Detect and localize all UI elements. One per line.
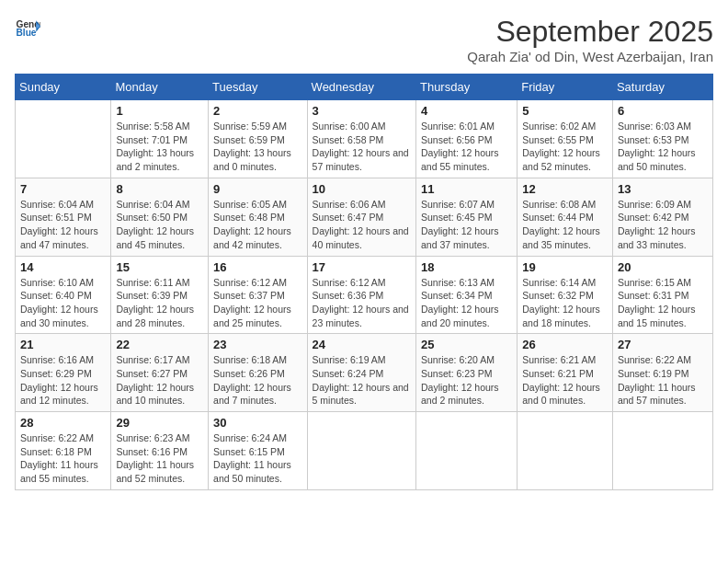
day-number: 25 [421,338,512,351]
location-subtitle: Qarah Zia' od Din, West Azerbaijan, Iran [467,49,713,64]
day-header-wednesday: Wednesday [307,75,415,100]
week-row: 7 Sunrise: 6:04 AMSunset: 6:51 PMDayligh… [16,178,713,256]
week-row: 14 Sunrise: 6:10 AMSunset: 6:40 PMDaylig… [16,256,713,334]
calendar-cell: 2 Sunrise: 5:59 AMSunset: 6:59 PMDayligh… [209,100,307,178]
day-info: Sunrise: 6:00 AMSunset: 6:58 PMDaylight:… [313,120,411,174]
day-info: Sunrise: 6:12 AMSunset: 6:36 PMDaylight:… [313,276,411,330]
day-number: 26 [522,338,608,351]
day-info: Sunrise: 6:08 AMSunset: 6:44 PMDaylight:… [522,198,608,252]
calendar-cell: 5 Sunrise: 6:02 AMSunset: 6:55 PMDayligh… [518,100,613,178]
day-number: 6 [618,104,708,118]
day-info: Sunrise: 6:06 AMSunset: 6:47 PMDaylight:… [313,198,411,252]
day-header-thursday: Thursday [415,75,517,100]
calendar-cell: 3 Sunrise: 6:00 AMSunset: 6:58 PMDayligh… [307,100,415,178]
day-number: 30 [213,416,301,430]
day-info: Sunrise: 6:20 AMSunset: 6:23 PMDaylight:… [421,353,512,408]
calendar-cell: 30 Sunrise: 6:24 AMSunset: 6:15 PMDaylig… [209,412,307,490]
calendar-cell [612,412,712,490]
calendar-cell [16,100,111,178]
day-number: 1 [116,104,203,118]
day-number: 20 [618,260,708,274]
day-info: Sunrise: 6:24 AMSunset: 6:15 PMDaylight:… [213,431,301,486]
day-info: Sunrise: 6:21 AMSunset: 6:21 PMDaylight:… [522,353,608,408]
calendar-cell: 20 Sunrise: 6:15 AMSunset: 6:31 PMDaylig… [612,256,712,334]
day-header-saturday: Saturday [612,75,712,100]
day-number: 24 [313,338,411,351]
month-title: September 2025 [467,15,713,49]
day-info: Sunrise: 6:15 AMSunset: 6:31 PMDaylight:… [618,276,708,330]
day-header-tuesday: Tuesday [209,75,307,100]
day-header-sunday: Sunday [16,75,111,100]
day-info: Sunrise: 6:18 AMSunset: 6:26 PMDaylight:… [213,353,301,408]
calendar-cell: 15 Sunrise: 6:11 AMSunset: 6:39 PMDaylig… [111,256,209,334]
calendar-cell: 7 Sunrise: 6:04 AMSunset: 6:51 PMDayligh… [16,178,111,256]
calendar-cell: 10 Sunrise: 6:06 AMSunset: 6:47 PMDaylig… [307,178,415,256]
day-info: Sunrise: 6:05 AMSunset: 6:48 PMDaylight:… [213,198,301,252]
day-header-monday: Monday [111,75,209,100]
day-number: 9 [213,182,301,196]
page-header: General Blue September 2025 Qarah Zia' o… [15,15,713,64]
day-number: 2 [213,104,301,118]
day-number: 7 [20,182,106,196]
day-number: 29 [116,416,203,430]
day-info: Sunrise: 6:02 AMSunset: 6:55 PMDaylight:… [522,120,608,174]
week-row: 1 Sunrise: 5:58 AMSunset: 7:01 PMDayligh… [16,100,713,178]
calendar-cell: 23 Sunrise: 6:18 AMSunset: 6:26 PMDaylig… [209,334,307,412]
calendar-cell: 28 Sunrise: 6:22 AMSunset: 6:18 PMDaylig… [16,412,111,490]
day-info: Sunrise: 6:07 AMSunset: 6:45 PMDaylight:… [421,198,512,252]
calendar-cell: 27 Sunrise: 6:22 AMSunset: 6:19 PMDaylig… [612,334,712,412]
calendar-cell [518,412,613,490]
day-number: 15 [116,260,203,274]
calendar-cell: 22 Sunrise: 6:17 AMSunset: 6:27 PMDaylig… [111,334,209,412]
day-info: Sunrise: 6:22 AMSunset: 6:19 PMDaylight:… [618,353,708,408]
day-info: Sunrise: 6:13 AMSunset: 6:34 PMDaylight:… [421,276,512,330]
logo: General Blue [15,15,40,40]
day-number: 12 [522,182,608,196]
calendar-cell [307,412,415,490]
day-number: 23 [213,338,301,351]
day-number: 3 [313,104,411,118]
day-number: 5 [522,104,608,118]
calendar-cell: 13 Sunrise: 6:09 AMSunset: 6:42 PMDaylig… [612,178,712,256]
calendar-cell: 25 Sunrise: 6:20 AMSunset: 6:23 PMDaylig… [415,334,517,412]
calendar-cell: 18 Sunrise: 6:13 AMSunset: 6:34 PMDaylig… [415,256,517,334]
calendar-cell: 16 Sunrise: 6:12 AMSunset: 6:37 PMDaylig… [209,256,307,334]
calendar-cell: 24 Sunrise: 6:19 AMSunset: 6:24 PMDaylig… [307,334,415,412]
title-block: September 2025 Qarah Zia' od Din, West A… [467,15,713,64]
calendar-cell: 26 Sunrise: 6:21 AMSunset: 6:21 PMDaylig… [518,334,613,412]
day-number: 13 [618,182,708,196]
calendar-cell: 4 Sunrise: 6:01 AMSunset: 6:56 PMDayligh… [415,100,517,178]
calendar-cell: 6 Sunrise: 6:03 AMSunset: 6:53 PMDayligh… [612,100,712,178]
day-info: Sunrise: 6:14 AMSunset: 6:32 PMDaylight:… [522,276,608,330]
calendar-cell [415,412,517,490]
day-number: 28 [20,416,106,430]
day-headers: SundayMondayTuesdayWednesdayThursdayFrid… [16,75,713,100]
day-number: 11 [421,182,512,196]
day-number: 17 [313,260,411,274]
day-header-friday: Friday [518,75,613,100]
day-number: 10 [313,182,411,196]
calendar-cell: 14 Sunrise: 6:10 AMSunset: 6:40 PMDaylig… [16,256,111,334]
calendar-cell: 12 Sunrise: 6:08 AMSunset: 6:44 PMDaylig… [518,178,613,256]
day-number: 8 [116,182,203,196]
day-info: Sunrise: 6:11 AMSunset: 6:39 PMDaylight:… [116,276,203,330]
calendar-cell: 21 Sunrise: 6:16 AMSunset: 6:29 PMDaylig… [16,334,111,412]
day-info: Sunrise: 6:17 AMSunset: 6:27 PMDaylight:… [116,353,203,408]
day-number: 4 [421,104,512,118]
day-number: 16 [213,260,301,274]
day-info: Sunrise: 6:16 AMSunset: 6:29 PMDaylight:… [20,353,106,408]
day-info: Sunrise: 6:09 AMSunset: 6:42 PMDaylight:… [618,198,708,252]
svg-text:Blue: Blue [17,28,37,38]
day-number: 18 [421,260,512,274]
calendar-cell: 8 Sunrise: 6:04 AMSunset: 6:50 PMDayligh… [111,178,209,256]
calendar-table: SundayMondayTuesdayWednesdayThursdayFrid… [15,74,713,490]
calendar-cell: 11 Sunrise: 6:07 AMSunset: 6:45 PMDaylig… [415,178,517,256]
calendar-cell: 29 Sunrise: 6:23 AMSunset: 6:16 PMDaylig… [111,412,209,490]
day-info: Sunrise: 6:04 AMSunset: 6:50 PMDaylight:… [116,198,203,252]
day-info: Sunrise: 6:01 AMSunset: 6:56 PMDaylight:… [421,120,512,174]
day-info: Sunrise: 6:04 AMSunset: 6:51 PMDaylight:… [20,198,106,252]
day-number: 19 [522,260,608,274]
logo-icon: General Blue [15,15,40,40]
day-number: 27 [618,338,708,351]
day-info: Sunrise: 6:12 AMSunset: 6:37 PMDaylight:… [213,276,301,330]
